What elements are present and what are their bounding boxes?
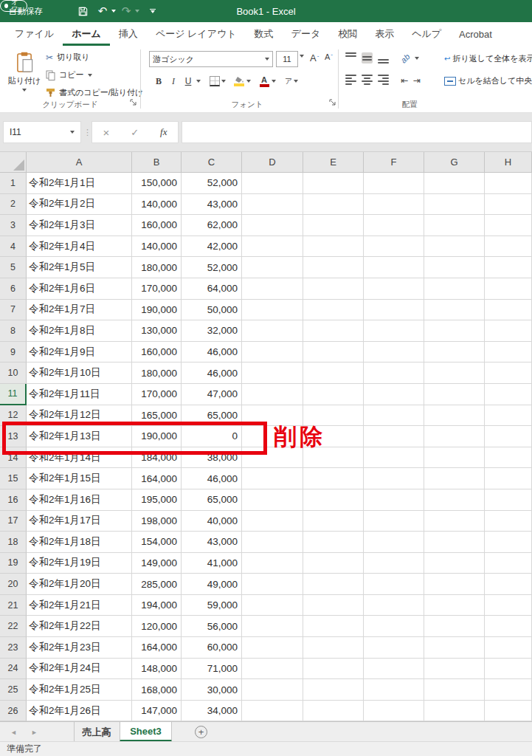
underline-dropdown-icon[interactable] — [196, 80, 201, 83]
cell-C26[interactable]: 34,000 — [182, 701, 242, 722]
cell-A10[interactable]: 令和2年1月10日 — [27, 362, 132, 384]
row-header-10[interactable]: 10 — [0, 362, 27, 384]
cell-H15[interactable] — [485, 468, 532, 489]
cell-F6[interactable] — [364, 278, 424, 300]
cell-E22[interactable] — [303, 616, 364, 637]
cell-F22[interactable] — [364, 616, 424, 637]
phonetic-guide-dropdown-icon[interactable] — [294, 80, 298, 83]
cell-H10[interactable] — [485, 362, 532, 384]
cell-B17[interactable]: 198,000 — [132, 511, 182, 532]
cell-G7[interactable] — [424, 300, 485, 321]
cell-C16[interactable]: 65,000 — [182, 489, 242, 511]
cell-D24[interactable] — [242, 659, 303, 680]
cell-G18[interactable] — [424, 532, 485, 553]
cell-A9[interactable]: 令和2年1月9日 — [27, 342, 132, 363]
cell-C17[interactable]: 40,000 — [182, 511, 242, 532]
cell-B8[interactable]: 130,000 — [132, 320, 182, 342]
font-size-combobox[interactable]: 11 — [276, 51, 298, 67]
cell-F12[interactable] — [364, 405, 424, 427]
cell-B5[interactable]: 180,000 — [132, 257, 182, 278]
cell-E16[interactable] — [303, 489, 364, 511]
row-header-15[interactable]: 15 — [0, 468, 27, 489]
bold-button[interactable]: B — [152, 74, 165, 89]
cell-A15[interactable]: 令和2年1月15日 — [27, 468, 132, 489]
cell-H11[interactable] — [485, 384, 532, 405]
formula-input[interactable] — [182, 121, 532, 143]
cell-F8[interactable] — [364, 320, 424, 342]
cell-D19[interactable] — [242, 553, 303, 574]
ribbon-tab-help[interactable]: ヘルプ — [403, 22, 450, 46]
row-header-22[interactable]: 22 — [0, 616, 27, 637]
ribbon-tab-page-layout[interactable]: ページ レイアウト — [147, 22, 246, 46]
ribbon-tab-formulas[interactable]: 数式 — [246, 22, 283, 46]
cell-A19[interactable]: 令和2年1月19日 — [27, 553, 132, 574]
cell-F19[interactable] — [364, 553, 424, 574]
cell-C25[interactable]: 30,000 — [182, 679, 242, 701]
cell-D4[interactable] — [242, 236, 303, 258]
cell-B16[interactable]: 195,000 — [132, 489, 182, 511]
cell-G20[interactable] — [424, 574, 485, 595]
row-header-6[interactable]: 6 — [0, 278, 27, 300]
cell-H21[interactable] — [485, 595, 532, 616]
bottom-align-icon[interactable] — [378, 52, 389, 63]
cell-C2[interactable]: 43,000 — [182, 194, 242, 216]
cell-H18[interactable] — [485, 532, 532, 553]
cell-H26[interactable] — [485, 701, 532, 722]
row-header-18[interactable]: 18 — [0, 532, 27, 553]
cell-F11[interactable] — [364, 384, 424, 405]
cell-G5[interactable] — [424, 257, 485, 278]
cell-D3[interactable] — [242, 215, 303, 236]
cell-E3[interactable] — [303, 215, 364, 236]
column-header-G[interactable]: G — [424, 152, 485, 173]
cell-H5[interactable] — [485, 257, 532, 278]
cell-F25[interactable] — [364, 679, 424, 701]
cell-E23[interactable] — [303, 637, 364, 659]
row-header-24[interactable]: 24 — [0, 659, 27, 680]
insert-function-icon[interactable]: fx — [160, 126, 167, 138]
cell-F9[interactable] — [364, 342, 424, 363]
cell-H19[interactable] — [485, 553, 532, 574]
cell-C21[interactable]: 59,000 — [182, 595, 242, 616]
cell-A18[interactable]: 令和2年1月18日 — [27, 532, 132, 553]
cell-G2[interactable] — [424, 194, 485, 216]
row-header-23[interactable]: 23 — [0, 637, 27, 659]
cell-H23[interactable] — [485, 637, 532, 659]
row-header-20[interactable]: 20 — [0, 574, 27, 595]
cell-F18[interactable] — [364, 532, 424, 553]
cell-A7[interactable]: 令和2年1月7日 — [27, 300, 132, 321]
cell-G13[interactable] — [424, 426, 485, 447]
cell-F1[interactable] — [364, 173, 424, 194]
align-left-icon[interactable] — [345, 75, 356, 86]
cell-A2[interactable]: 令和2年1月2日 — [27, 194, 132, 216]
cell-C10[interactable]: 46,000 — [182, 362, 242, 384]
cell-D20[interactable] — [242, 574, 303, 595]
select-all-button[interactable] — [0, 152, 27, 173]
row-header-16[interactable]: 16 — [0, 489, 27, 511]
cell-B1[interactable]: 150,000 — [132, 173, 182, 194]
cell-D16[interactable] — [242, 489, 303, 511]
cell-D8[interactable] — [242, 320, 303, 342]
fill-color-button[interactable] — [233, 76, 245, 86]
cell-C11[interactable]: 47,000 — [182, 384, 242, 405]
cell-E9[interactable] — [303, 342, 364, 363]
cell-H14[interactable] — [485, 447, 532, 469]
cell-E11[interactable] — [303, 384, 364, 405]
cell-A3[interactable]: 令和2年1月3日 — [27, 215, 132, 236]
cell-C8[interactable]: 32,000 — [182, 320, 242, 342]
ribbon-tab-insert[interactable]: 挿入 — [110, 22, 147, 46]
font-size-dropdown-icon[interactable] — [300, 55, 304, 58]
new-sheet-button[interactable]: + — [195, 726, 207, 738]
cell-G14[interactable] — [424, 447, 485, 469]
cell-H8[interactable] — [485, 320, 532, 342]
cell-A21[interactable]: 令和2年1月21日 — [27, 595, 132, 616]
cell-C20[interactable]: 49,000 — [182, 574, 242, 595]
cell-G23[interactable] — [424, 637, 485, 659]
merge-center-button[interactable]: セルを結合して中央揃え — [444, 75, 532, 86]
prev-sheet-icon[interactable]: ◄ — [10, 722, 17, 742]
cell-B25[interactable]: 168,000 — [132, 679, 182, 701]
paste-button[interactable]: 貼り付け — [6, 48, 43, 106]
cell-E1[interactable] — [303, 173, 364, 194]
cell-D17[interactable] — [242, 511, 303, 532]
cell-G11[interactable] — [424, 384, 485, 405]
cell-A22[interactable]: 令和2年1月22日 — [27, 616, 132, 637]
